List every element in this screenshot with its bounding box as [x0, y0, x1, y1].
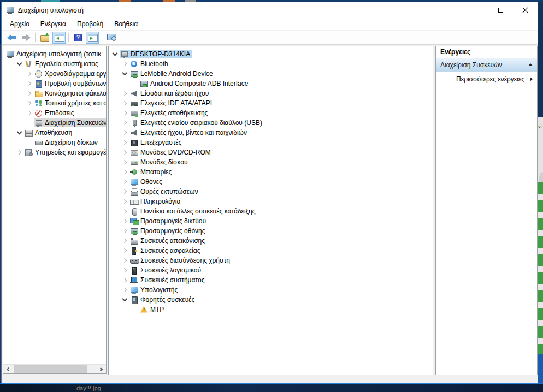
- tree-item-label: Συσκευές απεικόνισης: [138, 237, 205, 245]
- expander-icon[interactable]: [121, 70, 129, 77]
- sidebar-item-system-tools[interactable]: Εργαλεία συστήματος: [3, 59, 106, 69]
- expander-icon[interactable]: [121, 188, 129, 195]
- display-button[interactable]: [105, 32, 118, 44]
- device-item-storage-controllers[interactable]: Ελεγκτές αποθήκευσης: [109, 108, 433, 118]
- device-item-computer-root[interactable]: DESKTOP-D314KIA: [109, 49, 433, 59]
- device-item-adb-interface[interactable]: Android Composite ADB Interface: [109, 79, 433, 88]
- expander-icon[interactable]: [25, 100, 34, 106]
- sidebar-item-disk-management[interactable]: Διαχείριση δίσκων: [3, 138, 106, 147]
- expander-icon[interactable]: [121, 169, 129, 175]
- expander-icon[interactable]: [121, 149, 129, 156]
- expander-icon[interactable]: [15, 149, 24, 156]
- device-item-batteries[interactable]: Μπαταρίες: [109, 167, 433, 177]
- expander-icon[interactable]: [121, 110, 129, 116]
- action-pane-button[interactable]: [86, 32, 99, 44]
- device-item-mice-pointing[interactable]: Ποντίκια και άλλες συσκευές κατάδειξης: [109, 206, 433, 216]
- menu-help[interactable]: Βοήθεια: [109, 19, 143, 29]
- tree-item-label: Ελεγκτές IDE ATA/ATAPI: [138, 99, 212, 107]
- menu-view[interactable]: Προβολή: [72, 19, 109, 29]
- expander-icon[interactable]: [121, 61, 129, 67]
- up-folder-button[interactable]: [38, 32, 51, 44]
- sidebar-horizontal-scrollbar[interactable]: [3, 364, 106, 373]
- device-item-portable-devices[interactable]: Φορητές συσκευές: [109, 295, 433, 305]
- expander-icon[interactable]: [121, 198, 129, 205]
- display-screen-icon: [107, 34, 116, 41]
- expander-icon[interactable]: [121, 228, 129, 234]
- sidebar-item-computer-management-root[interactable]: Διαχείριση υπολογιστή (τοπικ: [3, 49, 106, 59]
- scroll-left-button[interactable]: [3, 365, 13, 373]
- expander-icon[interactable]: [111, 51, 120, 57]
- expander-icon[interactable]: [25, 90, 34, 97]
- device-item-lemobile-android[interactable]: LeMobile Android Device: [109, 69, 433, 79]
- tree-item-label: Υπηρεσίες και εφαρμογές: [33, 149, 107, 156]
- expander-icon[interactable]: [121, 257, 129, 264]
- sidebar-item-task-scheduler[interactable]: Χρονοδιάγραμμα εργασ: [3, 69, 106, 79]
- expander-icon[interactable]: [121, 287, 129, 293]
- expander-icon[interactable]: [121, 208, 129, 215]
- actions-group-device-manager[interactable]: Διαχείριση Συσκευών: [436, 58, 537, 72]
- device-item-disk-drives[interactable]: Μονάδες δίσκου: [109, 157, 433, 167]
- device-item-print-queues[interactable]: Ουρές εκτυπώσεων: [109, 187, 433, 197]
- sidebar-item-performance[interactable]: Επιδόσεις: [3, 108, 106, 118]
- close-button[interactable]: [513, 2, 538, 18]
- device-item-dvd-cdrom-drives[interactable]: Μονάδες DVD/CD-ROM: [109, 147, 433, 157]
- tools-icon: [25, 61, 33, 68]
- scroll-right-button[interactable]: [97, 365, 106, 373]
- sidebar-item-storage[interactable]: Αποθήκευση: [3, 128, 106, 138]
- forward-arrow-icon: [21, 34, 31, 41]
- maximize-icon: [498, 8, 503, 13]
- menu-file[interactable]: Αρχείο: [4, 19, 35, 29]
- expander-icon[interactable]: [121, 267, 129, 274]
- expander-icon[interactable]: [25, 70, 34, 77]
- device-item-ide-controllers[interactable]: Ελεγκτές IDE ATA/ATAPI: [109, 98, 433, 108]
- sidebar-item-event-viewer[interactable]: Προβολή συμβάντων: [3, 79, 106, 88]
- device-item-sound-video-game[interactable]: Ελεγκτές ήχου, βίντεο και παιχνιδιών: [109, 128, 433, 138]
- device-item-audio-inputs-outputs[interactable]: Είσοδοι και έξοδοι ήχου: [109, 88, 433, 98]
- sidebar-item-shared-folders[interactable]: Κοινόχρηστοι φάκελοι: [3, 88, 106, 98]
- expander-icon[interactable]: [25, 80, 34, 87]
- expander-icon[interactable]: [121, 277, 129, 283]
- expander-icon[interactable]: [121, 120, 129, 126]
- sidebar-item-services-applications[interactable]: Υπηρεσίες και εφαρμογές: [3, 147, 106, 157]
- expander-icon[interactable]: [25, 110, 34, 116]
- device-item-computer[interactable]: Υπολογιστής: [109, 285, 433, 295]
- device-item-monitors[interactable]: Οθόνες: [109, 177, 433, 187]
- device-item-hid-devices[interactable]: Συσκευές διασύνδεσης χρήστη: [109, 256, 433, 265]
- device-item-imaging-devices[interactable]: Συσκευές απεικόνισης: [109, 236, 433, 246]
- expander-icon[interactable]: [121, 237, 129, 244]
- device-item-software-devices[interactable]: Συσκευές λογισμικού: [109, 265, 433, 275]
- expander-icon[interactable]: [121, 90, 129, 97]
- sidebar-item-device-manager[interactable]: Διαχείριση Συσκευών: [3, 118, 106, 128]
- expander-icon[interactable]: [121, 296, 129, 303]
- back-button[interactable]: [5, 32, 18, 44]
- expander-icon[interactable]: [121, 159, 129, 165]
- expander-icon[interactable]: [15, 61, 24, 67]
- forward-button[interactable]: [19, 32, 32, 44]
- device-item-network-adapters[interactable]: Προσαρμογείς δικτύου: [109, 216, 433, 226]
- minimize-button[interactable]: [464, 2, 488, 18]
- console-tree-button[interactable]: [52, 32, 66, 44]
- menu-action[interactable]: Ενέργεια: [35, 19, 72, 29]
- sidebar-item-local-users-groups[interactable]: Τοπικοί χρήστες και ομ: [3, 98, 106, 108]
- help-button[interactable]: [72, 32, 85, 44]
- more-actions-item[interactable]: Περισσότερες ενέργειες: [436, 72, 537, 87]
- monitor-icon: [130, 179, 138, 186]
- expander-icon[interactable]: [121, 129, 129, 136]
- expander-icon[interactable]: [121, 218, 129, 224]
- expander-icon[interactable]: [15, 129, 24, 136]
- device-item-bluetooth[interactable]: Bluetooth: [109, 59, 433, 69]
- tree-item-label: Προσαρμογείς οθόνης: [138, 227, 205, 235]
- expander-icon[interactable]: [121, 179, 129, 185]
- device-item-processors[interactable]: Επεξεργαστές: [109, 138, 433, 147]
- device-item-usb-controllers[interactable]: Ελεγκτές ενιαίου σειριακού διαύλου (USB): [109, 118, 433, 128]
- device-item-mtp[interactable]: MTP: [109, 305, 433, 314]
- expander-icon[interactable]: [121, 100, 129, 106]
- device-item-keyboards[interactable]: Πληκτρολόγια: [109, 197, 433, 206]
- maximize-button[interactable]: [488, 2, 513, 18]
- device-item-display-adapters[interactable]: Προσαρμογείς οθόνης: [109, 226, 433, 236]
- scrollbar-thumb[interactable]: [14, 365, 87, 373]
- expander-icon[interactable]: [121, 247, 129, 254]
- device-item-security-devices[interactable]: Συσκευές ασφαλείας: [109, 246, 433, 256]
- device-item-system-devices[interactable]: Συσκευές συστήματος: [109, 275, 433, 285]
- expander-icon[interactable]: [121, 139, 129, 146]
